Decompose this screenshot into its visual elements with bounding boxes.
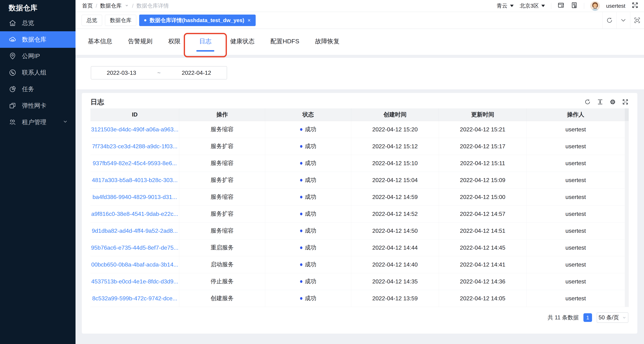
status-dot-icon [300, 246, 302, 249]
operator-cell: usertest [526, 256, 625, 273]
expand-icon[interactable] [622, 98, 629, 105]
log-id-link[interactable]: 8c532a99-599b-472c-9742-dce... [92, 295, 177, 302]
refresh-icon[interactable] [584, 98, 591, 105]
sidebar-item-public-ip[interactable]: 公网IP [0, 48, 76, 64]
table-row: 9d1dba82-ad4d-4ff4-9a52-2ad8... 服务缩容 成功 … [90, 222, 625, 239]
col-updated: 更新时间 [439, 108, 526, 121]
total-count: 共 11 条数据 [548, 314, 579, 321]
operation-cell: 服务扩容 [179, 138, 265, 155]
license-icon[interactable] [571, 2, 578, 10]
sidebar-item-nic[interactable]: 弹性网卡 [0, 98, 76, 114]
operation-cell: 创建服务 [179, 290, 265, 307]
operation-cell: 服务缩容 [179, 188, 265, 206]
sidebar-item-label: 总览 [22, 19, 34, 27]
settings-gear-icon[interactable] [609, 98, 616, 105]
contact-group-icon [9, 69, 16, 76]
status-text: 成功 [305, 210, 316, 217]
topbar: 首页 / 数据仓库 / 数据仓库详情 青云 北京3区 usertest [76, 0, 644, 12]
refresh-icon[interactable] [603, 12, 616, 28]
breadcrumb-data-warehouse[interactable]: 数据仓库 [100, 2, 122, 10]
log-id-link[interactable]: 4817a303-b5a8-4013-b28c-303... [92, 177, 178, 183]
breadcrumb-home[interactable]: 首页 [82, 2, 93, 10]
table-row: 3121503e-d4dc-490f-a06a-a963... 服务缩容 成功 … [90, 121, 625, 138]
status-text: 成功 [305, 261, 316, 268]
row-height-icon[interactable] [597, 98, 604, 105]
avatar[interactable] [590, 1, 600, 11]
tab-data-warehouse[interactable]: 数据仓库 [105, 15, 136, 26]
start-date[interactable]: 2022-03-13 [91, 70, 152, 76]
end-date[interactable]: 2022-04-12 [166, 70, 227, 76]
sidebar-item-overview[interactable]: 总览 [0, 15, 76, 31]
table-row: 937fb549-82e2-45c4-9593-8e6... 服务缩容 成功 2… [90, 155, 625, 172]
col-status: 状态 [265, 108, 351, 121]
created-cell: 2022-04-12 15:04 [351, 172, 439, 188]
status-cell: 成功 [265, 222, 351, 239]
log-id-link[interactable]: 4537513b-e0cd-4e1e-8fdc-d3d9... [91, 278, 178, 285]
chevron-down-icon[interactable] [616, 12, 630, 28]
data-warehouse-icon [9, 36, 16, 44]
app-title: 数据仓库 [0, 0, 76, 15]
fullscreen-icon[interactable] [632, 2, 638, 10]
log-id-link[interactable]: a9f816c0-38e8-4541-9dab-e22c... [91, 211, 178, 217]
updated-cell: 2022-04-12 14:45 [439, 239, 526, 256]
filter-panel: 2022-03-13 ~ 2022-04-12 [76, 58, 644, 89]
log-id-link[interactable]: 9d1dba82-ad4d-4ff4-9a52-2ad8... [92, 228, 178, 234]
created-cell: 2022-04-12 15:10 [351, 155, 439, 172]
tab-health-status[interactable]: 健康状态 [230, 37, 254, 46]
home-icon [9, 19, 16, 27]
region-selector[interactable]: 北京3区 [520, 2, 545, 10]
date-range-picker[interactable]: 2022-03-13 ~ 2022-04-12 [91, 66, 227, 80]
status-text: 成功 [305, 126, 316, 132]
log-id-link[interactable]: 95b76ac6-e735-44d5-8ef7-de75... [91, 244, 178, 251]
table-row: 4537513b-e0cd-4e1e-8fdc-d3d9... 停止服务 成功 … [90, 273, 625, 290]
operation-cell: 服务缩容 [179, 155, 265, 172]
operator-cell: usertest [526, 222, 625, 239]
tab-permissions[interactable]: 权限 [168, 37, 180, 46]
status-text: 成功 [305, 194, 316, 200]
billing-icon[interactable] [557, 2, 564, 10]
chevron-down-icon[interactable] [62, 118, 68, 126]
created-cell: 2022-04-12 14:35 [351, 273, 439, 290]
updated-cell: 2022-04-12 15:11 [439, 155, 526, 172]
status-dot-icon [300, 145, 302, 148]
sidebar-item-tenant[interactable]: 租户管理 [0, 114, 76, 130]
updated-cell: 2022-04-12 15:21 [439, 121, 526, 138]
sidebar-item-task[interactable]: 任务 [0, 81, 76, 98]
table-row: 95b76ac6-e735-44d5-8ef7-de75... 重启服务 成功 … [90, 239, 625, 256]
tab-basic-info[interactable]: 基本信息 [88, 37, 112, 46]
log-id-link[interactable]: ba4fd386-9940-4829-9013-d31... [92, 194, 177, 200]
status-dot-icon [300, 128, 302, 131]
status-cell: 成功 [265, 273, 351, 290]
tab-disaster-recovery[interactable]: 故障恢复 [315, 37, 340, 46]
created-cell: 2022-04-12 15:12 [351, 138, 439, 155]
status-dot-icon [300, 230, 302, 232]
tab-overview[interactable]: 总览 [82, 15, 102, 26]
chevron-down-icon[interactable] [124, 3, 129, 9]
breadcrumb-current: 数据仓库详情 [136, 2, 169, 10]
close-icon[interactable]: × [248, 17, 251, 23]
frame-expand-icon[interactable] [630, 12, 644, 28]
status-text: 成功 [305, 143, 316, 149]
username[interactable]: usertest [606, 3, 625, 9]
table-row: 00bcb650-0b8a-4baf-acda-3b14... 启动服务 成功 … [90, 256, 625, 273]
created-cell: 2022-04-12 14:44 [351, 239, 439, 256]
sidebar-item-data-warehouse[interactable]: 数据仓库 [0, 31, 76, 48]
provider-selector[interactable]: 青云 [497, 2, 514, 10]
tab-detail-active[interactable]: 数据仓库详情(hashdata_test_dw_yes) × [139, 14, 256, 26]
log-id-link[interactable]: 3121503e-d4dc-490f-a06a-a963... [91, 126, 178, 133]
status-cell: 成功 [265, 121, 351, 138]
status-cell: 成功 [265, 206, 351, 222]
log-id-link[interactable]: 7f734b23-ce3d-4288-a9dc-1f03... [92, 143, 178, 150]
tab-hdfs-config[interactable]: 配置HDFS [270, 37, 299, 46]
table-scrollbar[interactable] [625, 108, 629, 307]
status-dot-icon [300, 263, 302, 266]
tab-logs[interactable]: 日志 [196, 37, 214, 52]
tab-alert-rules[interactable]: 告警规则 [128, 37, 152, 46]
log-id-link[interactable]: 937fb549-82e2-45c4-9593-8e6... [92, 160, 177, 166]
created-cell: 2022-04-12 14:50 [351, 222, 439, 239]
operator-cell: usertest [526, 206, 625, 222]
log-id-link[interactable]: 00bcb650-0b8a-4baf-acda-3b14... [91, 261, 178, 268]
sidebar-item-contact-group[interactable]: 联系人组 [0, 64, 76, 81]
page-size-select[interactable]: 50 条/页 [597, 312, 628, 323]
page-number-button[interactable]: 1 [584, 313, 592, 322]
